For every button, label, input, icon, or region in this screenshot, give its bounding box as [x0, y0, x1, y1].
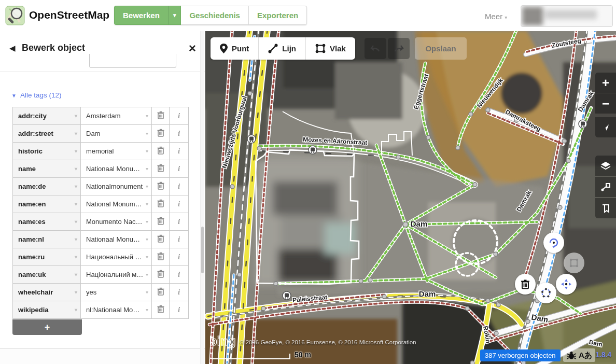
tag-info-button[interactable]: i — [170, 160, 188, 177]
tag-key-field[interactable]: addr:street▾ — [13, 125, 81, 142]
tag-row: name:de▾Nationalmonument▾i — [13, 178, 188, 195]
map-data-icon — [600, 183, 611, 192]
brand-title: OpenStreetMap — [29, 9, 109, 21]
delete-tag-button[interactable] — [152, 195, 170, 213]
tag-value-field[interactable]: Amsterdam▾ — [81, 107, 152, 124]
draw-point-button[interactable]: Punt — [211, 37, 259, 60]
tag-key-field[interactable]: name:nl▾ — [13, 231, 81, 248]
tag-info-button[interactable]: i — [170, 266, 188, 283]
tag-value-field[interactable]: memorial▾ — [81, 143, 152, 160]
translate-icon[interactable]: Aあ — [579, 351, 592, 360]
tag-key-field[interactable]: name:uk▾ — [13, 266, 81, 283]
tag-row: name▾Nationaal Monu…▾i — [13, 160, 188, 178]
redo-button[interactable] — [388, 38, 410, 59]
tag-info-button[interactable]: i — [170, 213, 188, 230]
scrollbar-thumb[interactable] — [201, 227, 204, 273]
tag-info-button[interactable]: i — [170, 301, 188, 318]
trash-icon — [157, 129, 164, 139]
delete-tag-button[interactable] — [152, 284, 170, 301]
undo-icon — [370, 44, 381, 53]
dropdown-caret-icon: ▾ — [146, 184, 148, 189]
delete-tag-button[interactable] — [152, 301, 170, 318]
version-label[interactable]: 1.8.4 — [595, 351, 611, 359]
map-canvas[interactable]: ZoutsteegNieuwendijkDamraksteegDamrakDam… — [205, 31, 616, 364]
tag-value-field[interactable]: Monumento Nac…▾ — [81, 213, 152, 230]
tag-value-field[interactable]: Dam▾ — [81, 125, 152, 142]
clipped-form-field[interactable] — [89, 54, 176, 68]
delete-tag-button[interactable] — [152, 178, 170, 195]
tag-key-field[interactable]: wheelchair▾ — [13, 284, 81, 301]
zoom-out-button[interactable]: − — [595, 93, 616, 114]
tag-value-field[interactable]: Nationalmonument▾ — [81, 178, 152, 195]
tag-key-field[interactable]: historic▾ — [13, 143, 81, 160]
tag-value-field[interactable]: Nationaal Monu…▾ — [81, 231, 152, 248]
map-data-button[interactable] — [595, 177, 616, 197]
all-tags-toggle[interactable]: ▼ Alle tags (12) — [11, 91, 61, 99]
background-settings-button[interactable] — [595, 156, 616, 176]
orthogonalize-button[interactable] — [564, 253, 584, 273]
tag-info-button[interactable]: i — [170, 284, 188, 301]
user-account-button[interactable] — [521, 5, 613, 27]
more-menu[interactable]: Meer ▾ — [485, 12, 507, 21]
tag-value-field[interactable]: Nationaal Monu…▾ — [81, 160, 152, 177]
tag-row: addr:street▾Dam▾i — [13, 125, 188, 143]
delete-tag-button[interactable] — [152, 125, 170, 142]
tag-key-field[interactable]: name:en▾ — [13, 195, 81, 213]
save-button[interactable]: Opslaan — [415, 37, 467, 60]
tag-value-field[interactable]: nl:Nationaal Mo…▾ — [81, 301, 152, 318]
tag-value-field[interactable]: Національний м…▾ — [81, 266, 152, 283]
move-feature-button[interactable] — [556, 274, 577, 295]
bug-report-icon[interactable] — [566, 351, 577, 360]
delete-tag-button[interactable] — [152, 213, 170, 230]
tag-key-field[interactable]: name:de▾ — [13, 178, 81, 195]
delete-tag-button[interactable] — [152, 266, 170, 283]
delete-tag-button[interactable] — [152, 248, 170, 265]
edit-dropdown-caret-icon[interactable]: ▾ — [168, 6, 181, 25]
delete-tag-button[interactable] — [152, 107, 170, 124]
tag-info-button[interactable]: i — [170, 107, 188, 124]
tag-key-field[interactable]: name:es▾ — [13, 213, 81, 230]
draw-area-button[interactable]: Vlak — [306, 37, 355, 60]
tag-info-button[interactable]: i — [170, 178, 188, 195]
layers-icon — [600, 161, 611, 171]
help-button[interactable] — [595, 198, 616, 218]
tag-key-field[interactable]: addr:city▾ — [13, 107, 81, 124]
tag-info-button[interactable]: i — [170, 195, 188, 213]
trash-icon — [157, 199, 164, 209]
circularize-button[interactable] — [536, 283, 556, 303]
add-tag-button[interactable]: + — [12, 319, 82, 335]
dropdown-caret-icon: ▾ — [146, 113, 148, 119]
close-icon[interactable]: ✕ — [188, 43, 197, 54]
tag-info-button[interactable]: i — [170, 231, 188, 248]
history-button[interactable]: Geschiedenis — [181, 6, 249, 25]
tag-info-button[interactable]: i — [170, 248, 188, 265]
export-button[interactable]: Exporteren — [249, 6, 307, 25]
zoom-in-button[interactable]: + — [595, 73, 616, 93]
delete-feature-button[interactable] — [515, 274, 536, 295]
tag-key-field[interactable]: name▾ — [13, 160, 81, 177]
tag-value-field[interactable]: National Monum…▾ — [81, 195, 152, 213]
tag-info-button[interactable]: i — [170, 125, 188, 142]
undo-button[interactable] — [365, 38, 386, 59]
trash-icon — [157, 217, 164, 227]
back-icon[interactable]: ◀ — [9, 44, 16, 53]
info-icon: i — [178, 164, 180, 173]
hidden-objects-badge[interactable]: 387 verborgen objecten — [480, 349, 561, 361]
tag-info-button[interactable]: i — [170, 143, 188, 160]
plus-icon: + — [602, 77, 609, 89]
tag-value-field[interactable]: yes▾ — [81, 284, 152, 301]
tag-value-field[interactable]: Национальный …▾ — [81, 248, 152, 265]
draw-line-button[interactable]: Lijn — [259, 37, 306, 60]
sidebar-scrollbar[interactable] — [200, 31, 204, 364]
delete-tag-button[interactable] — [152, 143, 170, 160]
delete-tag-button[interactable] — [152, 231, 170, 248]
info-icon: i — [178, 305, 180, 314]
tag-key-field[interactable]: name:ru▾ — [13, 248, 81, 265]
delete-tag-button[interactable] — [152, 160, 170, 177]
rotate-icon — [548, 237, 559, 248]
edit-button[interactable]: Bewerken — [114, 6, 168, 25]
move-icon — [561, 278, 572, 290]
tag-key-field[interactable]: wikipedia▾ — [13, 301, 81, 318]
rotate-feature-button[interactable] — [543, 232, 564, 253]
geolocate-button[interactable] — [595, 117, 616, 137]
